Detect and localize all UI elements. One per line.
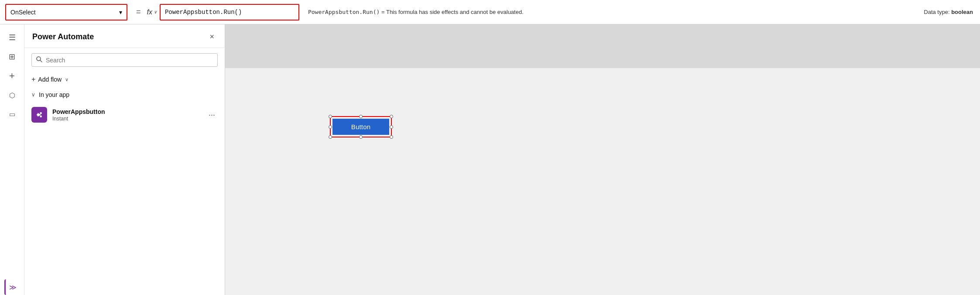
database-icon: ⬡ [9,91,15,99]
equals-sign: = [136,7,141,17]
canvas-area: Button [225,24,980,295]
layers-icon: ⊞ [9,52,15,62]
flow-more-button[interactable]: ··· [206,109,218,121]
property-dropdown[interactable]: OnSelect ▾ [5,4,127,21]
panel-title: Power Automate [32,32,94,41]
handle-bl[interactable] [329,135,332,139]
power-automate-panel: Power Automate × + Add flow ∨ ∨ In your … [24,24,225,295]
canvas-top-strip [225,24,980,68]
main-area: ☰ ⊞ + ⬡ ▭ ≫ Power Automate × [0,24,980,295]
add-flow-label: Add flow [38,76,62,83]
handle-tl[interactable] [329,115,332,118]
panel-header: Power Automate × [24,24,225,48]
sidebar-icons: ☰ ⊞ + ⬡ ▭ ≫ [0,24,24,295]
data-type-value: boolean [951,9,973,15]
svg-point-4 [40,115,42,117]
add-flow-button[interactable]: + Add flow ∨ [24,72,225,87]
section-header[interactable]: ∨ In your app [24,87,225,103]
canvas-button-container: Button [330,116,392,137]
sidebar-item-hamburger[interactable]: ☰ [4,30,20,45]
flow-item[interactable]: PowerAppsbutton Instant ··· [24,103,225,127]
fx-icon: fx ∨ [147,8,157,16]
sidebar-item-database[interactable]: ⬡ [4,87,20,103]
handle-mr[interactable] [390,125,393,129]
sidebar-item-code[interactable]: ≫ [4,279,20,295]
svg-point-5 [37,114,39,116]
add-flow-chevron-icon: ∨ [65,77,69,82]
data-type-label-text: Data type: [924,9,949,15]
search-icon [36,56,42,64]
flow-name: PowerAppsbutton [52,108,201,115]
formula-text: PowerAppsbutton.Run() [165,9,242,16]
formula-input[interactable]: PowerAppsbutton.Run() [160,4,299,21]
code-icon: ≫ [9,283,17,292]
canvas-button-selected: Button [330,116,392,137]
flow-info: PowerAppsbutton Instant [52,108,201,122]
hint-message: This formula has side effects and cannot… [386,9,524,15]
canvas-button[interactable]: Button [332,119,389,135]
flow-icon [31,107,47,123]
add-icon: + [31,75,35,83]
handle-tc[interactable] [359,115,363,118]
search-bar[interactable] [31,53,218,67]
hamburger-icon: ☰ [9,33,16,42]
section-chevron-icon: ∨ [31,92,35,98]
handle-br[interactable] [390,135,393,139]
section-label: In your app [39,91,69,98]
formula-bar: OnSelect ▾ = fx ∨ PowerAppsbutton.Run() … [0,0,980,24]
panel-close-button[interactable]: × [207,31,217,42]
hint-equals: = [381,9,386,15]
handle-tr[interactable] [390,115,393,118]
canvas-white: Button [225,68,980,295]
handle-bc[interactable] [359,135,363,139]
data-type-container: Data type: boolean [924,9,980,15]
sidebar-item-monitor[interactable]: ▭ [4,106,20,122]
add-circle-icon: + [9,70,15,82]
svg-point-3 [40,112,42,114]
monitor-icon: ▭ [9,110,15,118]
search-input[interactable] [46,57,213,64]
fx-chevron-icon: ∨ [154,9,157,15]
flow-type: Instant [52,116,201,122]
svg-line-1 [40,60,42,62]
dropdown-arrow-icon: ▾ [119,9,122,16]
hint-formula: PowerAppsbutton.Run() [308,9,380,15]
sidebar-item-layers[interactable]: ⊞ [4,49,20,65]
sidebar-item-add[interactable]: + [4,68,20,84]
property-name: OnSelect [10,9,36,16]
handle-ml[interactable] [329,125,332,129]
formula-hint: PowerAppsbutton.Run() = This formula has… [308,9,915,15]
